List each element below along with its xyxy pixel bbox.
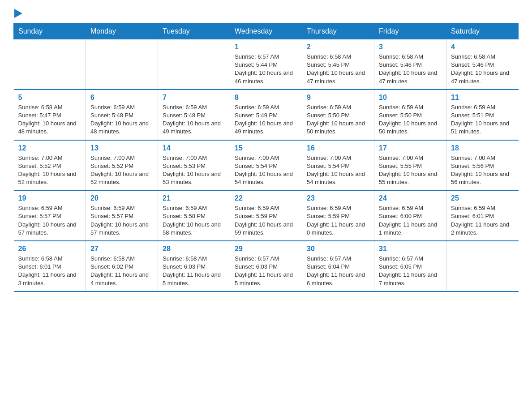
calendar-cell: 26Sunrise: 6:58 AM Sunset: 6:01 PM Dayli…: [14, 241, 86, 291]
weekday-header-sunday: Sunday: [14, 24, 86, 39]
logo-triangle-icon: [14, 9, 22, 20]
day-info: Sunrise: 6:58 AM Sunset: 6:01 PM Dayligh…: [18, 255, 82, 287]
weekday-header-tuesday: Tuesday: [158, 24, 230, 39]
day-info: Sunrise: 6:58 AM Sunset: 5:47 PM Dayligh…: [18, 103, 82, 136]
calendar-cell: 24Sunrise: 6:59 AM Sunset: 6:00 PM Dayli…: [374, 190, 446, 241]
day-number: 4: [451, 43, 514, 51]
calendar-cell: [446, 241, 519, 291]
calendar-cell: 12Sunrise: 7:00 AM Sunset: 5:52 PM Dayli…: [14, 140, 86, 191]
calendar-cell: 13Sunrise: 7:00 AM Sunset: 5:52 PM Dayli…: [86, 140, 158, 191]
calendar-cell: 30Sunrise: 6:57 AM Sunset: 6:04 PM Dayli…: [302, 241, 374, 291]
day-info: Sunrise: 6:59 AM Sunset: 5:48 PM Dayligh…: [90, 103, 153, 136]
calendar-cell: 1Sunrise: 6:57 AM Sunset: 5:44 PM Daylig…: [230, 39, 302, 90]
day-number: 9: [307, 94, 369, 102]
day-number: 1: [235, 43, 297, 51]
day-info: Sunrise: 6:59 AM Sunset: 5:49 PM Dayligh…: [235, 103, 297, 136]
day-number: 31: [379, 245, 442, 253]
day-info: Sunrise: 6:58 AM Sunset: 5:46 PM Dayligh…: [451, 53, 514, 86]
calendar-cell: 25Sunrise: 6:59 AM Sunset: 6:01 PM Dayli…: [446, 190, 519, 241]
day-info: Sunrise: 6:59 AM Sunset: 5:59 PM Dayligh…: [235, 204, 297, 237]
day-number: 11: [451, 94, 514, 102]
calendar-cell: 21Sunrise: 6:59 AM Sunset: 5:58 PM Dayli…: [158, 190, 230, 241]
day-info: Sunrise: 6:59 AM Sunset: 5:51 PM Dayligh…: [451, 103, 514, 136]
calendar-cell: 7Sunrise: 6:59 AM Sunset: 5:48 PM Daylig…: [158, 90, 230, 140]
day-info: Sunrise: 6:59 AM Sunset: 5:57 PM Dayligh…: [18, 204, 82, 237]
calendar-cell: 28Sunrise: 6:58 AM Sunset: 6:03 PM Dayli…: [158, 241, 230, 291]
day-number: 15: [235, 144, 297, 152]
day-info: Sunrise: 6:58 AM Sunset: 6:03 PM Dayligh…: [163, 255, 225, 287]
day-info: Sunrise: 6:58 AM Sunset: 6:02 PM Dayligh…: [90, 255, 153, 287]
day-info: Sunrise: 7:00 AM Sunset: 5:54 PM Dayligh…: [307, 154, 369, 187]
day-number: 25: [451, 194, 514, 202]
svg-marker-0: [14, 9, 22, 18]
day-number: 12: [18, 144, 82, 152]
day-number: 6: [90, 94, 153, 102]
calendar-cell: 4Sunrise: 6:58 AM Sunset: 5:46 PM Daylig…: [446, 39, 519, 90]
day-number: 8: [235, 94, 297, 102]
day-number: 3: [379, 43, 442, 51]
calendar-cell: 2Sunrise: 6:58 AM Sunset: 5:45 PM Daylig…: [302, 39, 374, 90]
weekday-header-wednesday: Wednesday: [230, 24, 302, 39]
day-number: 20: [90, 194, 153, 202]
day-info: Sunrise: 6:59 AM Sunset: 5:57 PM Dayligh…: [90, 204, 153, 237]
calendar-header: SundayMondayTuesdayWednesdayThursdayFrid…: [14, 24, 519, 39]
day-info: Sunrise: 6:59 AM Sunset: 6:01 PM Dayligh…: [451, 204, 514, 237]
day-number: 13: [90, 144, 153, 152]
logo: [13, 9, 22, 19]
day-info: Sunrise: 7:00 AM Sunset: 5:54 PM Dayligh…: [235, 154, 297, 187]
day-number: 22: [235, 194, 297, 202]
calendar-cell: 11Sunrise: 6:59 AM Sunset: 5:51 PM Dayli…: [446, 90, 519, 140]
calendar-cell: 18Sunrise: 7:00 AM Sunset: 5:56 PM Dayli…: [446, 140, 519, 191]
day-number: 29: [235, 245, 297, 253]
calendar-cell: [86, 39, 158, 90]
calendar-week-row: 5Sunrise: 6:58 AM Sunset: 5:47 PM Daylig…: [14, 90, 519, 140]
calendar-cell: 29Sunrise: 6:57 AM Sunset: 6:03 PM Dayli…: [230, 241, 302, 291]
day-number: 24: [379, 194, 442, 202]
day-number: 5: [18, 94, 82, 102]
weekday-header-saturday: Saturday: [446, 24, 519, 39]
calendar-cell: 17Sunrise: 7:00 AM Sunset: 5:55 PM Dayli…: [374, 140, 446, 191]
calendar-week-row: 1Sunrise: 6:57 AM Sunset: 5:44 PM Daylig…: [14, 39, 519, 90]
day-info: Sunrise: 6:59 AM Sunset: 5:50 PM Dayligh…: [307, 103, 369, 136]
day-info: Sunrise: 6:57 AM Sunset: 6:04 PM Dayligh…: [307, 255, 369, 287]
calendar-cell: 14Sunrise: 7:00 AM Sunset: 5:53 PM Dayli…: [158, 140, 230, 191]
weekday-header-monday: Monday: [86, 24, 158, 39]
day-number: 26: [18, 245, 82, 253]
weekday-header-friday: Friday: [374, 24, 446, 39]
calendar-cell: [158, 39, 230, 90]
day-info: Sunrise: 6:58 AM Sunset: 5:45 PM Dayligh…: [307, 53, 369, 86]
day-info: Sunrise: 6:59 AM Sunset: 5:59 PM Dayligh…: [307, 204, 369, 237]
calendar-week-row: 12Sunrise: 7:00 AM Sunset: 5:52 PM Dayli…: [14, 140, 519, 191]
calendar-cell: 16Sunrise: 7:00 AM Sunset: 5:54 PM Dayli…: [302, 140, 374, 191]
page-header: [13, 9, 519, 19]
day-info: Sunrise: 7:00 AM Sunset: 5:53 PM Dayligh…: [163, 154, 225, 187]
day-info: Sunrise: 6:57 AM Sunset: 6:03 PM Dayligh…: [235, 255, 297, 287]
calendar-week-row: 19Sunrise: 6:59 AM Sunset: 5:57 PM Dayli…: [14, 190, 519, 241]
calendar-table: SundayMondayTuesdayWednesdayThursdayFrid…: [13, 23, 519, 292]
day-number: 18: [451, 144, 514, 152]
day-number: 23: [307, 194, 369, 202]
calendar-cell: 31Sunrise: 6:57 AM Sunset: 6:05 PM Dayli…: [374, 241, 446, 291]
day-info: Sunrise: 6:59 AM Sunset: 5:50 PM Dayligh…: [379, 103, 442, 136]
calendar-cell: 15Sunrise: 7:00 AM Sunset: 5:54 PM Dayli…: [230, 140, 302, 191]
day-info: Sunrise: 6:59 AM Sunset: 5:58 PM Dayligh…: [163, 204, 225, 237]
day-number: 27: [90, 245, 153, 253]
calendar-cell: 20Sunrise: 6:59 AM Sunset: 5:57 PM Dayli…: [86, 190, 158, 241]
day-info: Sunrise: 6:57 AM Sunset: 5:44 PM Dayligh…: [235, 53, 297, 86]
day-number: 17: [379, 144, 442, 152]
calendar-cell: 23Sunrise: 6:59 AM Sunset: 5:59 PM Dayli…: [302, 190, 374, 241]
day-info: Sunrise: 6:58 AM Sunset: 5:46 PM Dayligh…: [379, 53, 442, 86]
day-info: Sunrise: 6:57 AM Sunset: 6:05 PM Dayligh…: [379, 255, 442, 287]
day-number: 19: [18, 194, 82, 202]
day-info: Sunrise: 7:00 AM Sunset: 5:56 PM Dayligh…: [451, 154, 514, 187]
day-number: 2: [307, 43, 369, 51]
day-number: 10: [379, 94, 442, 102]
weekday-header-thursday: Thursday: [302, 24, 374, 39]
calendar-cell: 6Sunrise: 6:59 AM Sunset: 5:48 PM Daylig…: [86, 90, 158, 140]
day-info: Sunrise: 7:00 AM Sunset: 5:55 PM Dayligh…: [379, 154, 442, 187]
calendar-cell: 22Sunrise: 6:59 AM Sunset: 5:59 PM Dayli…: [230, 190, 302, 241]
day-number: 21: [163, 194, 225, 202]
calendar-cell: [14, 39, 86, 90]
day-number: 28: [163, 245, 225, 253]
calendar-cell: 27Sunrise: 6:58 AM Sunset: 6:02 PM Dayli…: [86, 241, 158, 291]
